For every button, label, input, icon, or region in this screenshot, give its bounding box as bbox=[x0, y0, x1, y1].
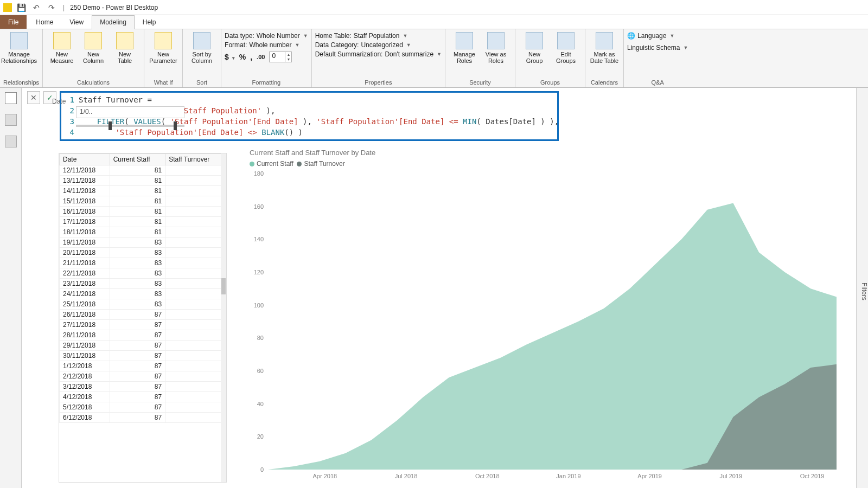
window-title: 250 Demo - Power BI Desktop bbox=[70, 4, 158, 11]
app-logo-icon bbox=[3, 3, 12, 12]
ribbon-tabs: File Home View Modeling Help bbox=[0, 15, 868, 29]
home-table-dropdown[interactable]: Home Table: Staff Population▼ bbox=[315, 32, 442, 40]
view-as-roles-button[interactable]: View asRoles bbox=[480, 31, 512, 64]
ribbon-group-whatif: NewParameter What If bbox=[144, 29, 183, 87]
group-caption-formatting: Formatting bbox=[225, 79, 308, 87]
group-caption-relationships: Relationships bbox=[3, 79, 39, 87]
tab-file[interactable]: File bbox=[0, 15, 27, 29]
ribbon: ManageRelationships Relationships NewMea… bbox=[0, 29, 868, 88]
tab-view[interactable]: View bbox=[61, 15, 92, 29]
group-caption-security: Security bbox=[449, 79, 512, 87]
edit-groups-button[interactable]: EditGroups bbox=[550, 31, 582, 64]
group-caption-whatif: What If bbox=[148, 79, 179, 87]
decimals-input[interactable]: 0▴▾ bbox=[269, 52, 292, 62]
title-separator: | bbox=[63, 4, 65, 11]
group-caption-calculations: Calculations bbox=[46, 79, 141, 87]
tab-help[interactable]: Help bbox=[135, 15, 164, 29]
tab-home[interactable]: Home bbox=[28, 15, 61, 29]
ribbon-group-sort: Sort byColumn Sort bbox=[183, 29, 221, 87]
new-parameter-button[interactable]: NewParameter bbox=[148, 31, 179, 64]
ribbon-group-security: ManageRoles View asRoles Security bbox=[445, 29, 515, 87]
group-caption-calendars: Calendars bbox=[589, 79, 620, 87]
ribbon-group-calculations: NewMeasure NewColumn NewTable Calculatio… bbox=[43, 29, 144, 87]
group-caption-groups: Groups bbox=[519, 79, 582, 87]
data-category-dropdown[interactable]: Data Category: Uncategorized▼ bbox=[315, 41, 442, 49]
new-measure-button[interactable]: NewMeasure bbox=[46, 31, 78, 64]
qat-redo-icon[interactable]: ↷ bbox=[46, 3, 58, 12]
percent-button[interactable]: % bbox=[239, 53, 246, 61]
default-summarization-dropdown[interactable]: Default Summarization: Don't summarize▼ bbox=[315, 50, 442, 58]
ribbon-group-properties: Home Table: Staff Population▼ Data Categ… bbox=[312, 29, 445, 87]
sort-by-column-button[interactable]: Sort byColumn bbox=[186, 31, 218, 64]
ribbon-group-groups: NewGroup EditGroups Groups bbox=[515, 29, 585, 87]
new-group-button[interactable]: NewGroup bbox=[519, 31, 550, 64]
qat-undo-icon[interactable]: ↶ bbox=[30, 3, 42, 12]
tab-modeling[interactable]: Modeling bbox=[92, 15, 135, 29]
mark-date-table-button[interactable]: Mark asDate Table bbox=[589, 31, 620, 64]
ribbon-group-calendars: Mark asDate Table Calendars bbox=[585, 29, 624, 87]
format-dropdown[interactable]: Format: Whole number▼ bbox=[225, 41, 308, 49]
group-caption-properties: Properties bbox=[315, 79, 442, 87]
linguistic-schema-dropdown[interactable]: Linguistic Schema▼ bbox=[627, 44, 688, 52]
thousands-button[interactable]: , bbox=[250, 53, 252, 61]
group-caption-sort: Sort bbox=[186, 79, 218, 87]
manage-relationships-button[interactable]: ManageRelationships bbox=[3, 31, 35, 64]
title-bar: 💾 ↶ ↷ | 250 Demo - Power BI Desktop bbox=[0, 0, 868, 15]
group-caption-qa: Q&A bbox=[627, 79, 688, 87]
currency-button[interactable]: $ ▾ bbox=[225, 53, 235, 61]
ribbon-group-qa: 🌐 Language▼ Linguistic Schema▼ Q&A bbox=[624, 29, 691, 87]
manage-roles-button[interactable]: ManageRoles bbox=[449, 31, 480, 64]
ribbon-group-relationships: ManageRelationships Relationships bbox=[0, 29, 43, 87]
ribbon-group-formatting: Data type: Whole Number▼ Format: Whole n… bbox=[221, 29, 312, 87]
language-dropdown[interactable]: 🌐 Language▼ bbox=[627, 32, 688, 40]
new-column-button[interactable]: NewColumn bbox=[78, 31, 109, 64]
qat-save-icon[interactable]: 💾 bbox=[15, 3, 27, 12]
new-table-button[interactable]: NewTable bbox=[109, 31, 141, 64]
decimal-button[interactable]: .00 bbox=[257, 54, 265, 60]
data-type-dropdown[interactable]: Data type: Whole Number▼ bbox=[225, 32, 308, 40]
